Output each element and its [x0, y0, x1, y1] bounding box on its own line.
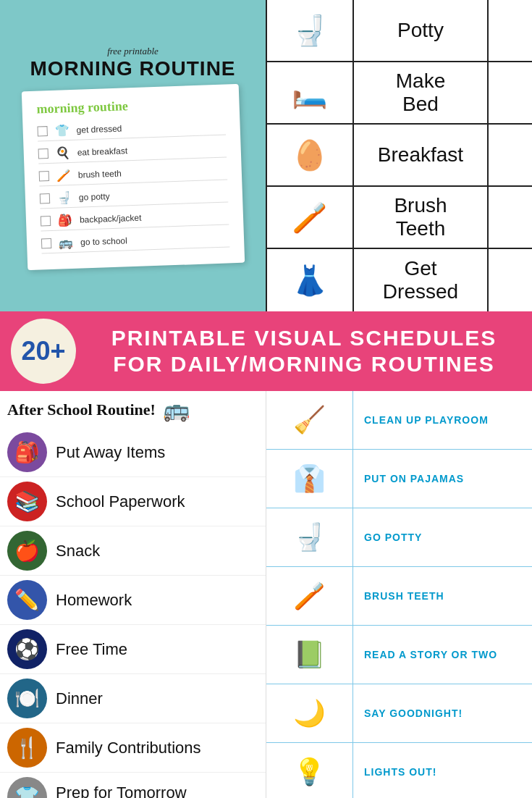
after-school-item: 👕 Prep for Tomorrow Clothes, Lunch, Bag,…: [0, 773, 266, 798]
bedtime-row-icon: 🧹: [266, 391, 353, 449]
free-printable-text: free printable: [30, 46, 235, 57]
after-school-item: 🍴 Family Contributions: [0, 723, 266, 773]
bedtime-row: 👔 PUT ON PAJAMAS: [266, 450, 532, 508]
bedtime-row: 🧹 CLEAN UP PLAYROOM: [266, 391, 532, 450]
bottom-left-panel: After School Routine! 🚌 🎒 Put Away Items…: [0, 391, 266, 798]
morning-row-check: [489, 125, 532, 185]
morning-row-check: [489, 0, 532, 61]
checklist-item-icon: 🚌: [56, 235, 75, 249]
after-school-label: Free Time: [56, 640, 127, 659]
bedtime-row: 📗 READ A STORY OR TWO: [266, 626, 532, 684]
checklist-item: 🎒 backpack/jacket: [40, 207, 229, 231]
morning-routine-row: 🥚 Breakfast: [267, 125, 532, 187]
after-school-item: 📚 School Paperwork: [0, 477, 266, 526]
after-school-label-block: Put Away Items: [56, 443, 165, 462]
after-school-icon: 👕: [7, 777, 47, 798]
after-school-label: Homework: [56, 591, 132, 610]
bedtime-row: 🪥 BRUSH TEETH: [266, 567, 532, 626]
checklist-item-label: eat breakfast: [77, 145, 127, 156]
morning-routine-title: MORNING ROUTINE: [30, 57, 235, 80]
morning-routine-row: 👗 GetDressed: [267, 249, 532, 311]
morning-row-icon: 🥚: [267, 125, 354, 185]
morning-row-label: Breakfast: [354, 125, 489, 185]
after-school-label-block: Prep for Tomorrow Clothes, Lunch, Bag, H…: [56, 784, 187, 798]
bedtime-row-icon: 👔: [266, 450, 353, 508]
checklist-checkbox[interactable]: [37, 125, 47, 135]
checklist-item-label: brush teeth: [77, 168, 121, 180]
after-school-icon: ⚽: [7, 629, 47, 669]
pink-banner: 20+ PRINTABLE VISUAL SCHEDULES FOR DAILY…: [0, 311, 532, 391]
bedtime-row-icon: 🪥: [266, 567, 353, 625]
checklist-item: 🍳 eat breakfast: [38, 140, 227, 164]
banner-number: 20+: [11, 319, 76, 384]
morning-row-icon: 🚽: [267, 0, 354, 61]
bedtime-row-icon: 📗: [266, 626, 353, 684]
after-school-icon: 🍽️: [7, 679, 47, 718]
checklist-item: 🪥 brush teeth: [38, 162, 227, 186]
bedtime-row-icon: 🚽: [266, 508, 353, 566]
checklist-checkbox[interactable]: [41, 238, 51, 248]
checklist-title: morning routine: [36, 95, 225, 117]
checklist-list: 👕 get dressed 🍳 eat breakfast 🪥 brush te…: [37, 117, 229, 253]
morning-row-label: GetDressed: [354, 249, 489, 311]
morning-row-check: [489, 249, 532, 311]
bedtime-row-label: PUT ON PAJAMAS: [353, 466, 532, 492]
banner-text-block: PRINTABLE VISUAL SCHEDULES FOR DAILY/MOR…: [76, 325, 532, 377]
after-school-list: 🎒 Put Away Items 📚 School Paperwork 🍎 Sn…: [0, 428, 266, 798]
after-school-icon: 📚: [7, 482, 47, 521]
after-school-icon: 🍴: [7, 728, 47, 768]
bedtime-row-label: SAY GOODNIGHT!: [353, 700, 532, 726]
morning-row-check: [489, 62, 532, 123]
bedtime-row-label: LIGHTS OUT!: [353, 759, 532, 785]
bottom-section: After School Routine! 🚌 🎒 Put Away Items…: [0, 391, 532, 798]
bottom-right-panel: 🧹 CLEAN UP PLAYROOM 👔 PUT ON PAJAMAS 🚽 G…: [266, 391, 532, 798]
bedtime-row: 🌙 SAY GOODNIGHT!: [266, 684, 532, 743]
after-school-label: Snack: [56, 542, 100, 560]
bedtime-chart: 🧹 CLEAN UP PLAYROOM 👔 PUT ON PAJAMAS 🚽 G…: [266, 391, 532, 798]
after-school-icon: 🍎: [7, 531, 47, 571]
morning-row-check: [489, 187, 532, 248]
bedtime-row-icon: 💡: [266, 743, 353, 798]
bedtime-row-label: BRUSH TEETH: [353, 583, 532, 609]
morning-routine-row: 🛏️ MakeBed: [267, 62, 532, 125]
checklist-item-icon: 🍳: [54, 145, 72, 159]
after-school-label-block: Free Time: [56, 640, 127, 659]
after-school-title: After School Routine!: [7, 400, 156, 419]
morning-chart: 🚽 Potty 🛏️ MakeBed 🥚 Breakfast 🪥 BrushTe…: [267, 0, 532, 311]
after-school-icon: 🎒: [7, 432, 47, 472]
morning-row-label: BrushTeeth: [354, 187, 489, 248]
bedtime-row-label: READ A STORY OR TWO: [353, 642, 532, 668]
after-school-item: 🍽️ Dinner: [0, 674, 266, 723]
checklist-checkbox[interactable]: [40, 215, 50, 225]
after-school-item: 🎒 Put Away Items: [0, 428, 266, 477]
top-left-header: free printable MORNING ROUTINE: [30, 46, 235, 80]
checklist-item: 🚌 go to school: [41, 230, 229, 253]
top-right-panel: 🚽 Potty 🛏️ MakeBed 🥚 Breakfast 🪥 BrushTe…: [266, 0, 532, 311]
banner-line1: PRINTABLE VISUAL SCHEDULES: [83, 325, 525, 351]
checklist-item-label: backpack/jacket: [79, 212, 141, 224]
morning-row-label: MakeBed: [354, 62, 489, 123]
after-school-label-block: Homework: [56, 591, 132, 610]
checklist-checkbox[interactable]: [39, 193, 49, 203]
top-section: free printable MORNING ROUTINE morning r…: [0, 0, 532, 311]
bedtime-row-icon: 🌙: [266, 684, 353, 742]
checklist-item: 🚽 go potty: [39, 185, 228, 209]
checklist-item-icon: 👕: [53, 122, 71, 137]
after-school-label-block: School Paperwork: [56, 492, 185, 511]
checklist-checkbox[interactable]: [38, 148, 48, 158]
morning-row-icon: 🛏️: [267, 62, 354, 123]
checklist-item-label: go potty: [78, 190, 109, 201]
after-school-label-block: Snack: [56, 542, 100, 560]
after-school-item: 🍎 Snack: [0, 526, 266, 576]
bedtime-row: 🚽 GO POTTY: [266, 508, 532, 567]
bedtime-row-label: CLEAN UP PLAYROOM: [353, 407, 532, 433]
top-left-panel: free printable MORNING ROUTINE morning r…: [0, 0, 266, 311]
banner-line2: FOR DAILY/MORNING ROUTINES: [83, 351, 525, 377]
after-school-label: Prep for Tomorrow: [56, 784, 187, 798]
after-school-label-block: Family Contributions: [56, 739, 201, 757]
morning-routine-row: 🚽 Potty: [267, 0, 532, 62]
checklist-item-icon: 🎒: [56, 212, 74, 227]
after-school-label: School Paperwork: [56, 492, 185, 511]
morning-row-label: Potty: [354, 0, 489, 61]
checklist-checkbox[interactable]: [38, 170, 48, 180]
